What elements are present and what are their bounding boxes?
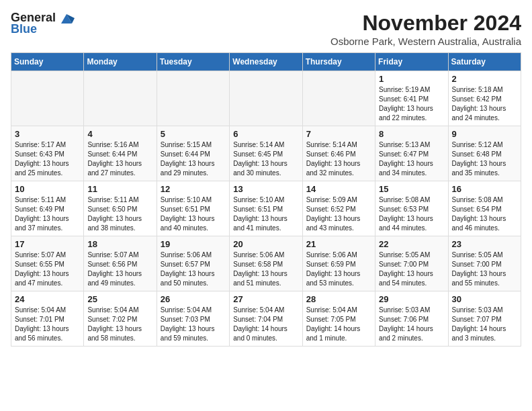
header-monday: Monday bbox=[84, 53, 157, 71]
day-number: 24 bbox=[15, 294, 80, 304]
day-info: Sunrise: 5:18 AMSunset: 6:42 PMDaylight:… bbox=[452, 85, 517, 123]
table-row: 13Sunrise: 5:10 AMSunset: 6:51 PMDayligh… bbox=[230, 181, 302, 236]
day-info: Sunrise: 5:05 AMSunset: 7:00 PMDaylight:… bbox=[452, 250, 517, 288]
day-number: 9 bbox=[452, 129, 517, 139]
day-number: 17 bbox=[15, 239, 80, 249]
day-number: 18 bbox=[87, 239, 152, 249]
table-row: 16Sunrise: 5:08 AMSunset: 6:54 PMDayligh… bbox=[448, 181, 521, 236]
day-number: 29 bbox=[379, 294, 444, 304]
header-saturday: Saturday bbox=[448, 53, 521, 71]
table-row: 4Sunrise: 5:16 AMSunset: 6:44 PMDaylight… bbox=[84, 126, 157, 181]
day-info: Sunrise: 5:04 AMSunset: 7:03 PMDaylight:… bbox=[161, 306, 226, 343]
location-subtitle: Osborne Park, Western Australia, Austral… bbox=[330, 36, 521, 47]
day-number: 25 bbox=[87, 294, 152, 304]
logo-blue: Blue bbox=[11, 22, 37, 36]
table-row: 25Sunrise: 5:04 AMSunset: 7:02 PMDayligh… bbox=[84, 291, 157, 347]
day-number: 16 bbox=[452, 184, 517, 194]
calendar-week-5: 24Sunrise: 5:04 AMSunset: 7:01 PMDayligh… bbox=[11, 291, 521, 347]
table-row: 27Sunrise: 5:04 AMSunset: 7:04 PMDayligh… bbox=[230, 291, 302, 347]
day-number: 12 bbox=[161, 184, 226, 194]
table-row: 1Sunrise: 5:19 AMSunset: 6:41 PMDaylight… bbox=[375, 71, 448, 126]
table-row: 6Sunrise: 5:14 AMSunset: 6:45 PMDaylight… bbox=[230, 126, 302, 181]
day-number: 23 bbox=[452, 239, 517, 249]
day-number: 11 bbox=[87, 184, 152, 194]
table-row: 10Sunrise: 5:11 AMSunset: 6:49 PMDayligh… bbox=[11, 181, 84, 236]
page-header: General Blue November 2024 Osborne Park,… bbox=[11, 11, 521, 47]
day-number: 13 bbox=[233, 184, 298, 194]
day-number: 7 bbox=[306, 129, 371, 139]
day-info: Sunrise: 5:08 AMSunset: 6:53 PMDaylight:… bbox=[379, 195, 444, 233]
day-number: 6 bbox=[233, 129, 298, 139]
day-number: 27 bbox=[233, 294, 298, 304]
day-number: 22 bbox=[379, 239, 444, 249]
day-info: Sunrise: 5:06 AMSunset: 6:59 PMDaylight:… bbox=[306, 250, 371, 288]
table-row: 5Sunrise: 5:15 AMSunset: 6:44 PMDaylight… bbox=[157, 126, 229, 181]
table-row: 14Sunrise: 5:09 AMSunset: 6:52 PMDayligh… bbox=[302, 181, 375, 236]
day-info: Sunrise: 5:06 AMSunset: 6:58 PMDaylight:… bbox=[233, 250, 298, 288]
month-title: November 2024 bbox=[330, 11, 521, 36]
day-info: Sunrise: 5:14 AMSunset: 6:45 PMDaylight:… bbox=[233, 140, 298, 178]
table-row: 20Sunrise: 5:06 AMSunset: 6:58 PMDayligh… bbox=[230, 236, 302, 291]
table-row bbox=[11, 71, 84, 126]
day-info: Sunrise: 5:03 AMSunset: 7:06 PMDaylight:… bbox=[379, 306, 444, 343]
calendar-week-2: 3Sunrise: 5:17 AMSunset: 6:43 PMDaylight… bbox=[11, 126, 521, 181]
day-info: Sunrise: 5:17 AMSunset: 6:43 PMDaylight:… bbox=[15, 140, 80, 178]
day-info: Sunrise: 5:11 AMSunset: 6:49 PMDaylight:… bbox=[15, 195, 80, 233]
table-row: 23Sunrise: 5:05 AMSunset: 7:00 PMDayligh… bbox=[448, 236, 521, 291]
day-info: Sunrise: 5:19 AMSunset: 6:41 PMDaylight:… bbox=[379, 85, 444, 123]
table-row: 26Sunrise: 5:04 AMSunset: 7:03 PMDayligh… bbox=[157, 291, 229, 347]
day-info: Sunrise: 5:15 AMSunset: 6:44 PMDaylight:… bbox=[161, 140, 226, 178]
table-row: 30Sunrise: 5:03 AMSunset: 7:07 PMDayligh… bbox=[448, 291, 521, 347]
day-info: Sunrise: 5:12 AMSunset: 6:48 PMDaylight:… bbox=[452, 140, 517, 178]
day-number: 20 bbox=[233, 239, 298, 249]
logo-icon bbox=[57, 11, 76, 25]
day-info: Sunrise: 5:04 AMSunset: 7:04 PMDaylight:… bbox=[233, 306, 298, 343]
table-row: 29Sunrise: 5:03 AMSunset: 7:06 PMDayligh… bbox=[375, 291, 448, 347]
table-row: 24Sunrise: 5:04 AMSunset: 7:01 PMDayligh… bbox=[11, 291, 84, 347]
day-info: Sunrise: 5:10 AMSunset: 6:51 PMDaylight:… bbox=[233, 195, 298, 233]
table-row: 7Sunrise: 5:14 AMSunset: 6:46 PMDaylight… bbox=[302, 126, 375, 181]
day-info: Sunrise: 5:04 AMSunset: 7:01 PMDaylight:… bbox=[15, 306, 80, 343]
day-info: Sunrise: 5:03 AMSunset: 7:07 PMDaylight:… bbox=[452, 306, 517, 343]
logo: General Blue bbox=[11, 11, 76, 36]
weekday-header-row: Sunday Monday Tuesday Wednesday Thursday… bbox=[11, 53, 521, 71]
table-row: 3Sunrise: 5:17 AMSunset: 6:43 PMDaylight… bbox=[11, 126, 84, 181]
day-number: 19 bbox=[161, 239, 226, 249]
day-info: Sunrise: 5:14 AMSunset: 6:46 PMDaylight:… bbox=[306, 140, 371, 178]
table-row: 12Sunrise: 5:10 AMSunset: 6:51 PMDayligh… bbox=[157, 181, 229, 236]
table-row: 15Sunrise: 5:08 AMSunset: 6:53 PMDayligh… bbox=[375, 181, 448, 236]
table-row: 21Sunrise: 5:06 AMSunset: 6:59 PMDayligh… bbox=[302, 236, 375, 291]
day-number: 10 bbox=[15, 184, 80, 194]
calendar-week-1: 1Sunrise: 5:19 AMSunset: 6:41 PMDaylight… bbox=[11, 71, 521, 126]
header-thursday: Thursday bbox=[302, 53, 375, 71]
day-number: 5 bbox=[161, 129, 226, 139]
table-row bbox=[302, 71, 375, 126]
table-row bbox=[84, 71, 157, 126]
day-info: Sunrise: 5:04 AMSunset: 7:05 PMDaylight:… bbox=[306, 306, 371, 343]
day-info: Sunrise: 5:11 AMSunset: 6:50 PMDaylight:… bbox=[87, 195, 152, 233]
table-row bbox=[157, 71, 229, 126]
table-row: 22Sunrise: 5:05 AMSunset: 7:00 PMDayligh… bbox=[375, 236, 448, 291]
table-row: 28Sunrise: 5:04 AMSunset: 7:05 PMDayligh… bbox=[302, 291, 375, 347]
table-row: 19Sunrise: 5:06 AMSunset: 6:57 PMDayligh… bbox=[157, 236, 229, 291]
table-row: 11Sunrise: 5:11 AMSunset: 6:50 PMDayligh… bbox=[84, 181, 157, 236]
day-number: 4 bbox=[87, 129, 152, 139]
day-info: Sunrise: 5:05 AMSunset: 7:00 PMDaylight:… bbox=[379, 250, 444, 288]
day-number: 8 bbox=[379, 129, 444, 139]
day-info: Sunrise: 5:04 AMSunset: 7:02 PMDaylight:… bbox=[87, 306, 152, 343]
day-number: 3 bbox=[15, 129, 80, 139]
day-number: 28 bbox=[306, 294, 371, 304]
header-sunday: Sunday bbox=[11, 53, 84, 71]
day-number: 21 bbox=[306, 239, 371, 249]
day-number: 26 bbox=[161, 294, 226, 304]
day-info: Sunrise: 5:07 AMSunset: 6:55 PMDaylight:… bbox=[15, 250, 80, 288]
header-tuesday: Tuesday bbox=[157, 53, 229, 71]
day-number: 2 bbox=[452, 74, 517, 84]
calendar-table: Sunday Monday Tuesday Wednesday Thursday… bbox=[11, 52, 521, 347]
header-wednesday: Wednesday bbox=[230, 53, 302, 71]
day-number: 30 bbox=[452, 294, 517, 304]
day-info: Sunrise: 5:09 AMSunset: 6:52 PMDaylight:… bbox=[306, 195, 371, 233]
day-info: Sunrise: 5:07 AMSunset: 6:56 PMDaylight:… bbox=[87, 250, 152, 288]
day-number: 14 bbox=[306, 184, 371, 194]
day-info: Sunrise: 5:10 AMSunset: 6:51 PMDaylight:… bbox=[161, 195, 226, 233]
